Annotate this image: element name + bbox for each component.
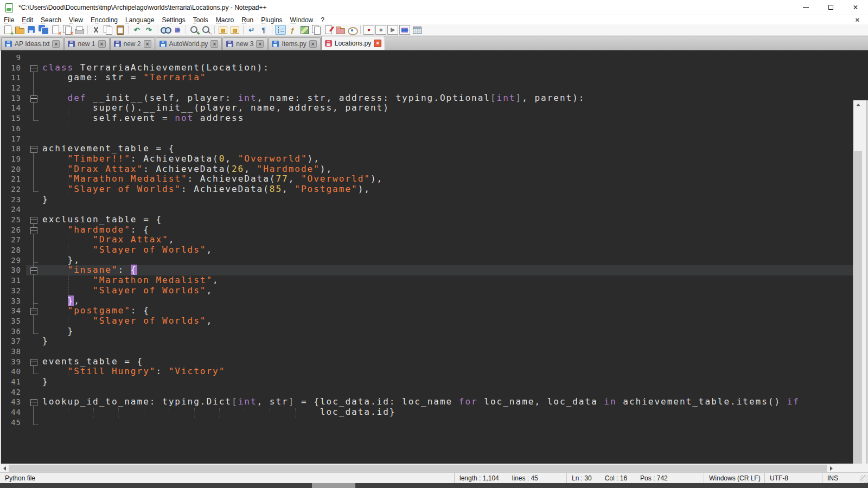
fold-collapse-box[interactable]	[26, 93, 42, 104]
code-line[interactable]: "Slayer of Worlds",	[42, 316, 853, 326]
code-line[interactable]: loc_data.id}	[42, 407, 853, 418]
replace-icon[interactable]: ab	[172, 25, 183, 35]
code-line[interactable]	[42, 418, 853, 428]
macro-trigger-icon[interactable]	[411, 25, 422, 35]
indent-guide-icon[interactable]	[275, 25, 286, 35]
minimize-button[interactable]	[793, 0, 818, 15]
close-tab-icon[interactable]: ×	[210, 40, 218, 48]
code-line[interactable]: "Slayer of Worlds": AchieveData(85, "Pos…	[42, 184, 853, 195]
menu-macro[interactable]: Macro	[212, 16, 238, 24]
code-line[interactable]: lookup_id_to_name: typing.Dict[int, str]…	[42, 397, 853, 407]
close-window-button[interactable]: ×	[843, 0, 868, 15]
code-line[interactable]: "Drax Attax": AchieveData(26, "Hardmode"…	[42, 164, 853, 175]
code-line[interactable]: "hardmode": {	[42, 225, 853, 235]
fold-collapse-box[interactable]	[26, 357, 42, 367]
code-area[interactable]: 910class TerrariaAchievement(Location):1…	[1, 50, 853, 464]
scroll-up-arrow[interactable]	[853, 100, 863, 110]
redo-icon[interactable]: ↷	[143, 25, 154, 35]
vertical-scrollbar-thumb[interactable]	[854, 151, 862, 488]
horizontal-scrollbar[interactable]	[0, 464, 835, 472]
save-icon[interactable]	[26, 25, 37, 35]
fold-collapse-box[interactable]	[26, 63, 42, 73]
tab-locations-py[interactable]: Locations.py×	[321, 36, 385, 50]
fold-collapse-box[interactable]	[26, 265, 42, 275]
menu-plugins[interactable]: Plugins	[257, 16, 286, 24]
sync-horizontal-scroll-icon[interactable]	[229, 25, 240, 35]
maximize-restore-button[interactable]	[818, 0, 843, 15]
menu-edit[interactable]: Edit	[18, 16, 37, 24]
menu-settings[interactable]: Settings	[158, 16, 189, 24]
code-line[interactable]: "Drax Attax",	[42, 235, 853, 245]
close-tab-icon[interactable]: ×	[52, 40, 60, 48]
close-tab-icon[interactable]: ×	[98, 40, 106, 48]
code-line[interactable]: class TerrariaAchievement(Location):	[42, 63, 853, 73]
macro-stop-icon[interactable]: ■	[375, 25, 386, 35]
scroll-left-arrow[interactable]	[0, 464, 9, 473]
paste-icon[interactable]	[114, 25, 125, 35]
tab-items-py[interactable]: Items.py×	[268, 37, 320, 50]
code-line[interactable]	[42, 124, 853, 134]
menu-file[interactable]: File	[0, 16, 18, 24]
fold-collapse-box[interactable]	[26, 144, 42, 154]
code-line[interactable]: },	[42, 255, 853, 266]
code-line[interactable]	[42, 346, 853, 357]
tab-new-3[interactable]: new 3×	[222, 37, 267, 50]
code-line[interactable]: }	[42, 377, 853, 387]
document-map-icon[interactable]	[299, 25, 310, 35]
code-line[interactable]: events_table = {	[42, 357, 853, 367]
zoom-in-icon[interactable]: +	[189, 25, 200, 35]
menu-tools[interactable]: Tools	[189, 16, 212, 24]
close-tab-icon[interactable]: ×	[256, 40, 264, 48]
code-line[interactable]: }	[42, 326, 853, 337]
code-line[interactable]: super().__init__(player, name, address, …	[42, 103, 853, 113]
undo-icon[interactable]: ↶	[131, 25, 142, 35]
status-insert-mode[interactable]: INS	[822, 473, 868, 483]
fold-collapse-box[interactable]	[26, 225, 42, 235]
close-file-icon[interactable]: ×	[50, 25, 61, 35]
cut-icon[interactable]	[91, 25, 101, 35]
menu-view[interactable]: View	[65, 16, 87, 24]
code-line[interactable]: game: str = "Terraria"	[42, 73, 853, 83]
code-line[interactable]: def __init__(self, player: int, name: st…	[42, 93, 853, 104]
code-line[interactable]	[42, 204, 853, 215]
menu-encoding[interactable]: Encoding	[87, 16, 122, 24]
code-line[interactable]	[42, 387, 853, 397]
tab-new-2[interactable]: new 2×	[110, 37, 155, 50]
new-file-icon[interactable]: +	[2, 25, 13, 35]
close-all-icon[interactable]: ×	[62, 25, 73, 35]
find-icon[interactable]	[160, 25, 171, 35]
code-line[interactable]: exclusion_table = {	[42, 215, 853, 225]
code-line[interactable]: }	[42, 336, 853, 346]
save-all-icon[interactable]	[38, 25, 49, 35]
function-list-icon[interactable]: ƒ	[287, 25, 298, 35]
code-line[interactable]	[42, 134, 853, 144]
code-line[interactable]: "insane": {	[42, 265, 853, 275]
menu-window[interactable]: Window	[286, 16, 317, 24]
monitoring-icon[interactable]	[323, 25, 334, 35]
open-file-icon[interactable]	[14, 25, 25, 35]
code-line[interactable]: "Marathon Medalist",	[42, 275, 853, 286]
zoom-out-icon[interactable]: -	[201, 25, 212, 35]
close-document-icon[interactable]: ×	[855, 16, 859, 24]
close-tab-icon[interactable]: ×	[374, 40, 381, 47]
close-tab-icon[interactable]: ×	[309, 40, 317, 48]
document-peek-icon[interactable]	[347, 25, 358, 35]
folder-as-workspace-icon[interactable]	[335, 25, 346, 35]
code-line[interactable]: achievement_table = {	[42, 144, 853, 154]
print-icon[interactable]	[74, 25, 85, 35]
fold-collapse-box[interactable]	[26, 215, 42, 225]
fold-collapse-box[interactable]	[26, 306, 42, 316]
macro-record-icon[interactable]: ●	[363, 25, 374, 35]
notepad-plus-plus-icon[interactable]	[5, 3, 14, 12]
code-line[interactable]: "Timber!!": AchieveData(0, "Overworld"),	[42, 154, 853, 164]
menu-run[interactable]: Run	[238, 16, 257, 24]
show-all-characters-icon[interactable]: ¶	[258, 25, 269, 35]
close-tab-icon[interactable]: ×	[144, 40, 151, 48]
tab-ap-ideas-txt[interactable]: AP Ideas.txt×	[1, 37, 63, 50]
code-line[interactable]	[42, 83, 853, 93]
code-line[interactable]: },	[42, 296, 853, 306]
menu-language[interactable]: Language	[122, 16, 158, 24]
sync-vertical-scroll-icon[interactable]	[218, 25, 228, 35]
scroll-right-arrow[interactable]	[827, 464, 835, 473]
code-line[interactable]: self.event = not address	[42, 113, 853, 124]
